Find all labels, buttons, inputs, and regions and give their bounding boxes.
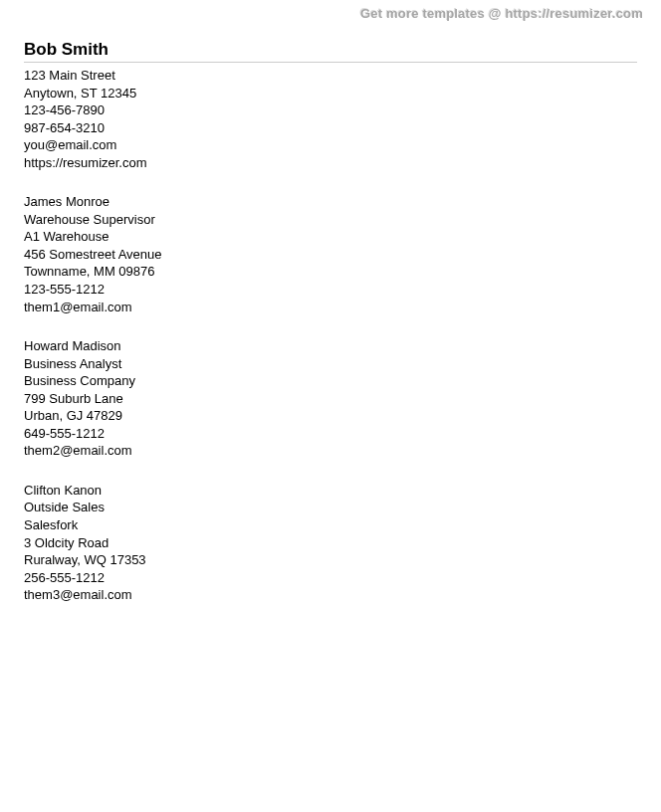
person-phone2: 987-654-3210	[24, 119, 637, 137]
reference-block: Clifton Kanon Outside Sales Salesfork 3 …	[24, 482, 637, 604]
reference-title: Business Analyst	[24, 355, 637, 373]
reference-address2: Townname, MM 09876	[24, 263, 637, 281]
reference-block: Howard Madison Business Analyst Business…	[24, 337, 637, 460]
reference-phone: 256-555-1212	[24, 569, 637, 587]
person-address-line1: 123 Main Street	[24, 67, 637, 85]
person-address-line2: Anytown, ST 12345	[24, 85, 637, 102]
document-content: Bob Smith 123 Main Street Anytown, ST 12…	[0, 0, 661, 604]
reference-block: James Monroe Warehouse Supervisor A1 War…	[24, 193, 637, 315]
reference-phone: 123-555-1212	[24, 281, 637, 299]
reference-email: them2@email.com	[24, 442, 637, 460]
reference-company: Business Company	[24, 372, 637, 390]
person-contact-block: 123 Main Street Anytown, ST 12345 123-45…	[24, 67, 637, 171]
reference-name: Howard Madison	[24, 337, 637, 355]
person-name: Bob Smith	[24, 40, 637, 60]
divider	[24, 62, 637, 63]
reference-address1: 3 Oldcity Road	[24, 534, 637, 552]
person-phone1: 123-456-7890	[24, 102, 637, 119]
reference-title: Warehouse Supervisor	[24, 211, 637, 229]
reference-address2: Urban, GJ 47829	[24, 407, 637, 425]
reference-name: Clifton Kanon	[24, 482, 637, 500]
reference-address2: Ruralway, WQ 17353	[24, 551, 637, 569]
person-url: https://resumizer.com	[24, 154, 637, 172]
reference-company: A1 Warehouse	[24, 228, 637, 246]
reference-company: Salesfork	[24, 516, 637, 534]
reference-email: them3@email.com	[24, 586, 637, 604]
reference-title: Outside Sales	[24, 499, 637, 516]
reference-name: James Monroe	[24, 193, 637, 211]
reference-address1: 456 Somestreet Avenue	[24, 246, 637, 264]
reference-phone: 649-555-1212	[24, 425, 637, 443]
reference-email: them1@email.com	[24, 299, 637, 316]
reference-address1: 799 Suburb Lane	[24, 390, 637, 408]
watermark-text: Get more templates @ https://resumizer.c…	[360, 6, 643, 21]
person-email: you@email.com	[24, 136, 637, 154]
